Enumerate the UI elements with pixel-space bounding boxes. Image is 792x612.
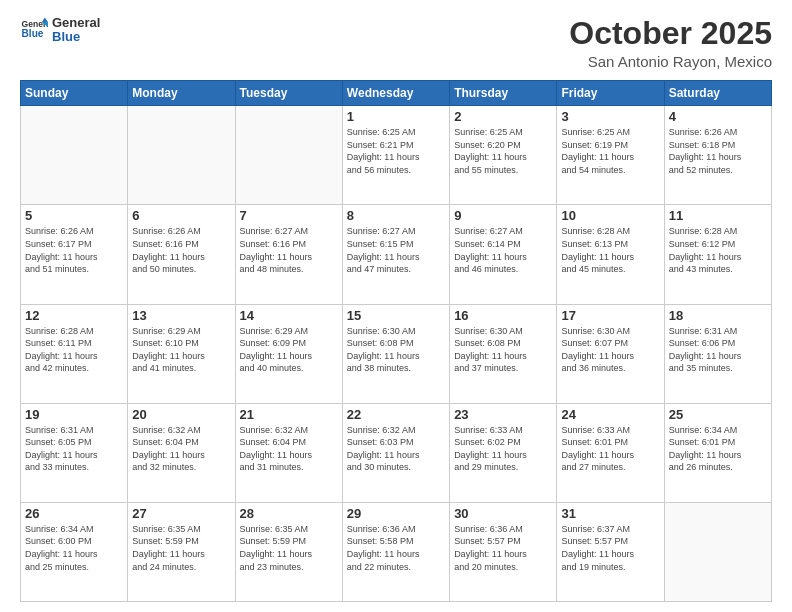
calendar-cell: 19Sunrise: 6:31 AM Sunset: 6:05 PM Dayli… <box>21 403 128 502</box>
day-number: 19 <box>25 407 123 422</box>
logo-blue: Blue <box>52 30 100 44</box>
day-number: 17 <box>561 308 659 323</box>
calendar-cell: 27Sunrise: 6:35 AM Sunset: 5:59 PM Dayli… <box>128 502 235 601</box>
calendar-cell: 9Sunrise: 6:27 AM Sunset: 6:14 PM Daylig… <box>450 205 557 304</box>
calendar-cell: 26Sunrise: 6:34 AM Sunset: 6:00 PM Dayli… <box>21 502 128 601</box>
day-number: 29 <box>347 506 445 521</box>
calendar-cell: 11Sunrise: 6:28 AM Sunset: 6:12 PM Dayli… <box>664 205 771 304</box>
day-number: 18 <box>669 308 767 323</box>
day-info: Sunrise: 6:28 AM Sunset: 6:13 PM Dayligh… <box>561 225 659 275</box>
svg-text:Blue: Blue <box>22 28 44 39</box>
day-number: 30 <box>454 506 552 521</box>
calendar-cell: 29Sunrise: 6:36 AM Sunset: 5:58 PM Dayli… <box>342 502 449 601</box>
day-number: 7 <box>240 208 338 223</box>
day-info: Sunrise: 6:32 AM Sunset: 6:03 PM Dayligh… <box>347 424 445 474</box>
day-header-sunday: Sunday <box>21 81 128 106</box>
day-info: Sunrise: 6:26 AM Sunset: 6:18 PM Dayligh… <box>669 126 767 176</box>
calendar-cell: 30Sunrise: 6:36 AM Sunset: 5:57 PM Dayli… <box>450 502 557 601</box>
calendar-cell <box>664 502 771 601</box>
calendar-cell <box>235 106 342 205</box>
calendar-cell: 2Sunrise: 6:25 AM Sunset: 6:20 PM Daylig… <box>450 106 557 205</box>
location-title: San Antonio Rayon, Mexico <box>569 53 772 70</box>
day-info: Sunrise: 6:28 AM Sunset: 6:12 PM Dayligh… <box>669 225 767 275</box>
day-number: 26 <box>25 506 123 521</box>
day-number: 31 <box>561 506 659 521</box>
calendar-cell: 7Sunrise: 6:27 AM Sunset: 6:16 PM Daylig… <box>235 205 342 304</box>
day-number: 27 <box>132 506 230 521</box>
day-info: Sunrise: 6:36 AM Sunset: 5:57 PM Dayligh… <box>454 523 552 573</box>
day-info: Sunrise: 6:27 AM Sunset: 6:16 PM Dayligh… <box>240 225 338 275</box>
calendar-cell: 8Sunrise: 6:27 AM Sunset: 6:15 PM Daylig… <box>342 205 449 304</box>
calendar-cell: 18Sunrise: 6:31 AM Sunset: 6:06 PM Dayli… <box>664 304 771 403</box>
day-info: Sunrise: 6:29 AM Sunset: 6:10 PM Dayligh… <box>132 325 230 375</box>
header: General Blue General Blue October 2025 S… <box>20 16 772 70</box>
day-number: 8 <box>347 208 445 223</box>
calendar-cell <box>21 106 128 205</box>
day-info: Sunrise: 6:27 AM Sunset: 6:14 PM Dayligh… <box>454 225 552 275</box>
day-number: 1 <box>347 109 445 124</box>
day-header-monday: Monday <box>128 81 235 106</box>
day-info: Sunrise: 6:34 AM Sunset: 6:00 PM Dayligh… <box>25 523 123 573</box>
calendar-cell: 28Sunrise: 6:35 AM Sunset: 5:59 PM Dayli… <box>235 502 342 601</box>
day-number: 28 <box>240 506 338 521</box>
day-number: 23 <box>454 407 552 422</box>
day-info: Sunrise: 6:26 AM Sunset: 6:17 PM Dayligh… <box>25 225 123 275</box>
day-number: 20 <box>132 407 230 422</box>
day-info: Sunrise: 6:30 AM Sunset: 6:08 PM Dayligh… <box>347 325 445 375</box>
day-number: 11 <box>669 208 767 223</box>
day-number: 10 <box>561 208 659 223</box>
day-info: Sunrise: 6:30 AM Sunset: 6:08 PM Dayligh… <box>454 325 552 375</box>
day-info: Sunrise: 6:35 AM Sunset: 5:59 PM Dayligh… <box>132 523 230 573</box>
page: General Blue General Blue October 2025 S… <box>0 0 792 612</box>
calendar-cell: 17Sunrise: 6:30 AM Sunset: 6:07 PM Dayli… <box>557 304 664 403</box>
week-row-0: 1Sunrise: 6:25 AM Sunset: 6:21 PM Daylig… <box>21 106 772 205</box>
day-number: 15 <box>347 308 445 323</box>
day-info: Sunrise: 6:31 AM Sunset: 6:05 PM Dayligh… <box>25 424 123 474</box>
day-info: Sunrise: 6:25 AM Sunset: 6:21 PM Dayligh… <box>347 126 445 176</box>
day-info: Sunrise: 6:25 AM Sunset: 6:19 PM Dayligh… <box>561 126 659 176</box>
day-info: Sunrise: 6:33 AM Sunset: 6:01 PM Dayligh… <box>561 424 659 474</box>
day-number: 14 <box>240 308 338 323</box>
day-info: Sunrise: 6:36 AM Sunset: 5:58 PM Dayligh… <box>347 523 445 573</box>
calendar-cell: 21Sunrise: 6:32 AM Sunset: 6:04 PM Dayli… <box>235 403 342 502</box>
day-info: Sunrise: 6:27 AM Sunset: 6:15 PM Dayligh… <box>347 225 445 275</box>
calendar-cell: 24Sunrise: 6:33 AM Sunset: 6:01 PM Dayli… <box>557 403 664 502</box>
day-info: Sunrise: 6:33 AM Sunset: 6:02 PM Dayligh… <box>454 424 552 474</box>
day-header-thursday: Thursday <box>450 81 557 106</box>
day-info: Sunrise: 6:32 AM Sunset: 6:04 PM Dayligh… <box>132 424 230 474</box>
day-info: Sunrise: 6:30 AM Sunset: 6:07 PM Dayligh… <box>561 325 659 375</box>
calendar-cell: 23Sunrise: 6:33 AM Sunset: 6:02 PM Dayli… <box>450 403 557 502</box>
calendar-cell: 25Sunrise: 6:34 AM Sunset: 6:01 PM Dayli… <box>664 403 771 502</box>
day-number: 9 <box>454 208 552 223</box>
logo-general: General <box>52 16 100 30</box>
day-info: Sunrise: 6:32 AM Sunset: 6:04 PM Dayligh… <box>240 424 338 474</box>
logo: General Blue General Blue <box>20 16 100 45</box>
logo-icon: General Blue <box>20 16 48 44</box>
day-number: 13 <box>132 308 230 323</box>
calendar-cell: 3Sunrise: 6:25 AM Sunset: 6:19 PM Daylig… <box>557 106 664 205</box>
calendar-cell: 20Sunrise: 6:32 AM Sunset: 6:04 PM Dayli… <box>128 403 235 502</box>
calendar-cell: 15Sunrise: 6:30 AM Sunset: 6:08 PM Dayli… <box>342 304 449 403</box>
calendar-cell: 22Sunrise: 6:32 AM Sunset: 6:03 PM Dayli… <box>342 403 449 502</box>
day-number: 24 <box>561 407 659 422</box>
day-info: Sunrise: 6:26 AM Sunset: 6:16 PM Dayligh… <box>132 225 230 275</box>
day-header-saturday: Saturday <box>664 81 771 106</box>
calendar-cell: 12Sunrise: 6:28 AM Sunset: 6:11 PM Dayli… <box>21 304 128 403</box>
day-number: 5 <box>25 208 123 223</box>
day-info: Sunrise: 6:29 AM Sunset: 6:09 PM Dayligh… <box>240 325 338 375</box>
day-info: Sunrise: 6:35 AM Sunset: 5:59 PM Dayligh… <box>240 523 338 573</box>
calendar-cell: 1Sunrise: 6:25 AM Sunset: 6:21 PM Daylig… <box>342 106 449 205</box>
day-number: 2 <box>454 109 552 124</box>
day-number: 25 <box>669 407 767 422</box>
day-info: Sunrise: 6:34 AM Sunset: 6:01 PM Dayligh… <box>669 424 767 474</box>
calendar-cell: 16Sunrise: 6:30 AM Sunset: 6:08 PM Dayli… <box>450 304 557 403</box>
day-number: 12 <box>25 308 123 323</box>
week-row-2: 12Sunrise: 6:28 AM Sunset: 6:11 PM Dayli… <box>21 304 772 403</box>
day-number: 4 <box>669 109 767 124</box>
day-header-friday: Friday <box>557 81 664 106</box>
day-number: 16 <box>454 308 552 323</box>
calendar-cell: 31Sunrise: 6:37 AM Sunset: 5:57 PM Dayli… <box>557 502 664 601</box>
day-number: 6 <box>132 208 230 223</box>
calendar-cell: 6Sunrise: 6:26 AM Sunset: 6:16 PM Daylig… <box>128 205 235 304</box>
week-row-1: 5Sunrise: 6:26 AM Sunset: 6:17 PM Daylig… <box>21 205 772 304</box>
